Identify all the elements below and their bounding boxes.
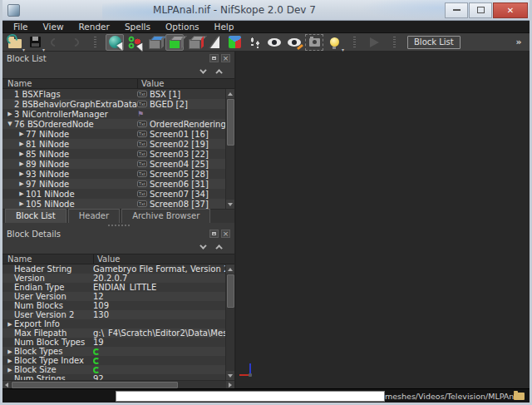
menu-options[interactable]: Options — [158, 22, 207, 32]
User Version 2[interactable]: User Version 2 130 — [2, 310, 225, 319]
collapse-all-button chevron-down-icon[interactable] — [200, 67, 206, 73]
76 BSOrderedNode[interactable]: 76 BSOrderedNode OrderedRenderingNod... — [2, 119, 225, 129]
column-header-name[interactable]: Name — [2, 254, 93, 264]
expand-all-button chevron-up-icon[interactable] — [215, 69, 222, 76]
89 NiNode[interactable]: 89 NiNode Screen04 [25] — [2, 159, 225, 169]
select-object-mode-button[interactable] — [106, 34, 124, 51]
screenshot-button[interactable] — [305, 34, 323, 51]
column-header-value[interactable]: Value — [93, 254, 225, 264]
view-side-button[interactable] — [185, 34, 204, 51]
101 NiNode[interactable]: 101 NiNode Screen07 [34] — [2, 189, 225, 199]
toolbar-separator[interactable] — [86, 34, 104, 51]
Endian Type[interactable]: Endian Type ENDIAN_LITTLE — [2, 283, 225, 292]
expand-arrow-icon[interactable] — [2, 348, 14, 355]
close-panel-button[interactable]: × — [221, 230, 230, 238]
toolbar-separator[interactable] — [345, 34, 363, 51]
scroll-up-icon[interactable] — [226, 89, 235, 98]
Num Block Types[interactable]: Num Block Types 19 — [2, 338, 225, 347]
Num Strings[interactable]: Num Strings 92 — [2, 374, 225, 380]
flip-view-button[interactable] — [205, 34, 224, 51]
expand-arrow-icon[interactable] — [2, 358, 14, 364]
3 NiControllerManager[interactable]: 3 NiControllerManager — [2, 109, 225, 119]
collapse-all-button chevron-down-icon[interactable] — [200, 242, 206, 249]
scroll-up-icon[interactable] — [226, 264, 235, 274]
scroll-left-icon[interactable] — [2, 381, 11, 389]
93 NiNode[interactable]: 93 NiNode Screen05 [28] — [2, 169, 225, 179]
scroll-down-icon[interactable] — [226, 371, 235, 380]
view-top-button[interactable] — [145, 34, 164, 51]
Export Info[interactable]: Export Info — [2, 319, 225, 328]
expand-arrow-icon[interactable] — [2, 111, 14, 117]
Block Types[interactable]: Block Types — [2, 347, 225, 356]
play-animation-button[interactable] — [365, 34, 383, 51]
float-panel-button[interactable] — [209, 54, 219, 62]
expand-all-button chevron-up-icon[interactable] — [215, 244, 222, 251]
Block Type Index[interactable]: Block Type Index — [2, 356, 225, 365]
maximize-button[interactable] — [469, 2, 492, 18]
undo-button[interactable] — [46, 34, 64, 51]
scrollbar-thumb[interactable] — [227, 99, 234, 146]
save-button[interactable] — [26, 34, 44, 51]
block-list-view-combo[interactable]: Block List — [407, 34, 461, 51]
toolbar-overflow-button[interactable]: » — [510, 33, 528, 50]
view-front-button[interactable] — [165, 34, 184, 51]
scrollbar-thumb[interactable] — [227, 274, 234, 308]
walk-mode-button[interactable] — [245, 34, 264, 51]
minimize-button[interactable] — [445, 2, 468, 18]
perspective-button[interactable] — [265, 34, 283, 51]
lighting-button[interactable] — [325, 34, 343, 51]
expand-arrow-icon[interactable] — [14, 131, 26, 137]
edit-view-button[interactable] — [285, 34, 303, 51]
85 NiNode[interactable]: 85 NiNode Screen03 [22] — [2, 149, 225, 159]
User Version[interactable]: User Version 12 — [2, 292, 225, 301]
Num Blocks[interactable]: Num Blocks 109 — [2, 301, 225, 310]
tab-header[interactable]: Header — [68, 209, 120, 223]
81 NiNode[interactable]: 81 NiNode Screen02 [19] — [2, 139, 225, 149]
float-panel-button[interactable] — [209, 230, 219, 238]
expand-arrow-icon[interactable] — [14, 161, 26, 167]
block-list-scrollbar[interactable] — [225, 89, 234, 209]
Header String[interactable]: Header String Gamebryo File Format, Vers… — [2, 264, 225, 274]
expand-arrow-icon[interactable] — [14, 200, 26, 207]
render-viewport[interactable] — [236, 52, 530, 388]
77 NiNode[interactable]: 77 NiNode Screen01 [16] — [2, 129, 225, 139]
105 NiNode[interactable]: 105 NiNode Screen08 [37] — [2, 199, 225, 209]
column-header-name[interactable]: Name — [2, 79, 137, 88]
block-details-scrollbar[interactable] — [225, 264, 234, 380]
horizontal-scrollbar[interactable] — [2, 380, 234, 388]
menu-help[interactable]: Help — [207, 22, 242, 32]
expand-arrow-icon[interactable] — [14, 180, 26, 187]
select-vertex-mode-button[interactable] — [126, 34, 144, 51]
close-panel-button[interactable]: × — [221, 54, 230, 62]
tab-archive-browser[interactable]: Archive Browser — [121, 209, 210, 223]
scrollbar-thumb[interactable] — [12, 382, 178, 388]
menu-file[interactable]: File — [6, 22, 36, 32]
menu-spells[interactable]: Spells — [117, 22, 158, 32]
app-icon[interactable] — [7, 4, 20, 17]
scroll-down-icon[interactable] — [226, 200, 235, 209]
expand-arrow-icon[interactable] — [14, 190, 26, 197]
expand-arrow-icon[interactable] — [14, 141, 26, 147]
expand-arrow-icon[interactable] — [14, 151, 26, 157]
Max Filepath[interactable]: Max Filepath g:\_F4\Scratch\Editor2\Data… — [2, 328, 225, 338]
menu-view[interactable]: View — [36, 22, 71, 32]
close-button[interactable]: ✕ — [493, 2, 528, 18]
toolbar-separator[interactable] — [385, 34, 403, 51]
Version[interactable]: Version 20.2.0.7 — [2, 274, 225, 283]
status-filename-input[interactable] — [116, 391, 385, 402]
folder-icon[interactable] — [514, 393, 525, 400]
2 BSBehaviorGraphExtraData[interactable]: 2 BSBehaviorGraphExtraData BGED [2] — [2, 99, 225, 109]
1 BSXFlags[interactable]: 1 BSXFlags BSX [1] — [2, 89, 225, 99]
load-button[interactable] — [6, 34, 24, 51]
title-bar[interactable]: MLPAnal.nif - NifSkope 2.0 Dev 7 ✕ — [2, 0, 530, 21]
user-view-button[interactable] — [225, 34, 244, 51]
expand-arrow-icon[interactable] — [2, 121, 14, 127]
column-header-value[interactable]: Value — [137, 79, 225, 88]
redo-button[interactable] — [66, 34, 84, 51]
expand-arrow-icon[interactable] — [2, 321, 14, 328]
Block Size[interactable]: Block Size — [2, 365, 225, 374]
scroll-right-icon[interactable] — [226, 381, 234, 389]
menu-render[interactable]: Render — [71, 22, 117, 32]
97 NiNode[interactable]: 97 NiNode Screen06 [31] — [2, 179, 225, 189]
expand-arrow-icon[interactable] — [2, 367, 14, 373]
